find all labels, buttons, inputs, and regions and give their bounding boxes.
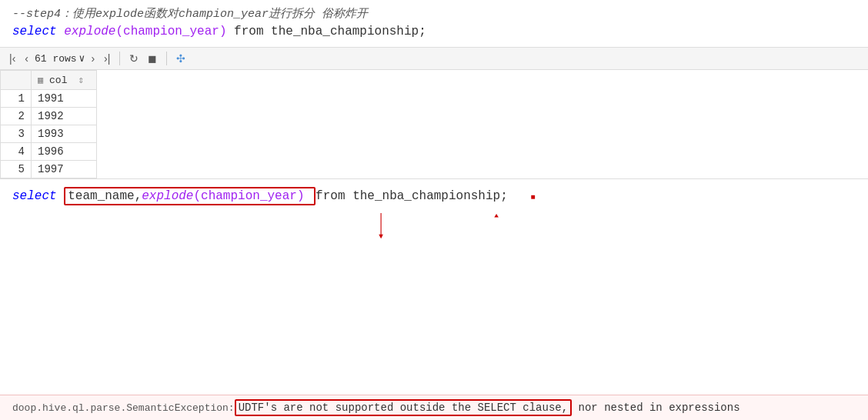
first-page-button[interactable]: |‹ xyxy=(6,51,18,66)
semicolon-2: ; xyxy=(500,189,508,203)
highlighted-code: team_name,explode(champion_year) xyxy=(64,187,315,205)
col-team-name: team_name, xyxy=(68,189,142,203)
error-highlighted-text: UDTF's are not supported outside the SEL… xyxy=(235,399,572,416)
row-number: 1 xyxy=(1,90,32,108)
comment-line: --step4：使用explode函数对champion_year进行拆分 俗称… xyxy=(12,6,856,21)
keyword-select-2: select xyxy=(12,189,57,203)
row-value: 1996 xyxy=(32,143,97,161)
svg-marker-1 xyxy=(379,235,383,239)
keyword-from-2: from xyxy=(315,189,345,203)
fn-explode: explode xyxy=(64,25,115,38)
error-prefix: doop.hive.ql.parse.SemanticException: xyxy=(12,402,235,414)
prev-page-button[interactable]: ‹ xyxy=(22,51,32,66)
red-dot-indicator: ■ xyxy=(530,193,535,202)
error-suffix: nor nested in expressions xyxy=(572,402,739,414)
row-number: 3 xyxy=(1,125,32,143)
table-row: 41996 xyxy=(1,143,97,161)
sort-icon: ⇕ xyxy=(78,75,84,86)
results-table: ▦ col ⇕ 1199121992319934199651997 xyxy=(0,70,97,178)
row-value: 1992 xyxy=(32,108,97,125)
svg-marker-2 xyxy=(494,214,499,217)
refresh-button[interactable]: ↻ xyxy=(126,51,142,66)
row-value: 1997 xyxy=(32,161,97,178)
table-name-2: the_nba_championship xyxy=(352,189,500,203)
table-row: 11991 xyxy=(1,90,97,108)
keyword-select: select xyxy=(12,25,57,38)
toolbar-divider-1 xyxy=(119,52,120,65)
col-header-label: col xyxy=(49,75,67,86)
row-number: 5 xyxy=(1,161,32,178)
fn-paren2: ( xyxy=(193,189,201,203)
rows-info: 61 rows ∨ xyxy=(35,52,85,65)
results-toolbar: |‹ ‹ 61 rows ∨ › ›| ↻ ◼ ✣ xyxy=(0,47,868,70)
row-value: 1991 xyxy=(32,90,97,108)
toolbar-divider-2 xyxy=(166,52,167,65)
code-section-top: --step4：使用explode函数对champion_year进行拆分 俗称… xyxy=(0,0,868,47)
code-line-2: select team_name,explode(champion_year) … xyxy=(12,187,856,205)
code-line-1: select explode(champion_year) from the_n… xyxy=(12,22,856,41)
row-number: 2 xyxy=(1,108,32,125)
keyword-from: from xyxy=(234,25,263,38)
fn-close-2: ) xyxy=(297,189,305,203)
col-header: ▦ col ⇕ xyxy=(32,71,97,90)
row-number-header xyxy=(1,71,32,90)
semicolon-1: ; xyxy=(419,25,426,38)
row-number: 4 xyxy=(1,143,32,161)
table-name-1: the_nba_championship xyxy=(271,25,419,38)
fn-close-paren: ) xyxy=(219,25,227,38)
row-value: 1993 xyxy=(32,125,97,143)
table-header-row: ▦ col ⇕ xyxy=(1,71,97,90)
last-page-button[interactable]: ›| xyxy=(101,51,113,66)
error-section: doop.hive.ql.parse.SemanticException:UDT… xyxy=(0,395,868,420)
table-row: 51997 xyxy=(1,161,97,178)
code-section-middle: select team_name,explode(champion_year) … xyxy=(0,179,868,213)
fn-open-paren: ( xyxy=(115,25,123,38)
rows-dropdown-arrow: ∨ xyxy=(79,52,85,65)
next-page-button[interactable]: › xyxy=(88,51,98,66)
rows-count: 61 rows xyxy=(35,53,77,65)
stop-button[interactable]: ◼ xyxy=(145,51,160,66)
results-table-container: ▦ col ⇕ 1199121992319934199651997 xyxy=(0,70,868,179)
page-container: --step4：使用explode函数对champion_year进行拆分 俗称… xyxy=(0,0,868,420)
table-body: 1199121992319934199651997 xyxy=(1,90,97,178)
table-row: 31993 xyxy=(1,125,97,143)
arrow-section xyxy=(0,213,868,267)
expand-button[interactable]: ✣ xyxy=(173,51,189,66)
fn-explode-2: explode xyxy=(142,189,193,203)
table-row: 21992 xyxy=(1,108,97,125)
arg-champion-year-2: champion_year xyxy=(201,189,297,203)
arrow-svg xyxy=(0,213,868,290)
arg-champion-year: champion_year xyxy=(123,25,219,38)
col-icon: ▦ xyxy=(38,75,43,86)
